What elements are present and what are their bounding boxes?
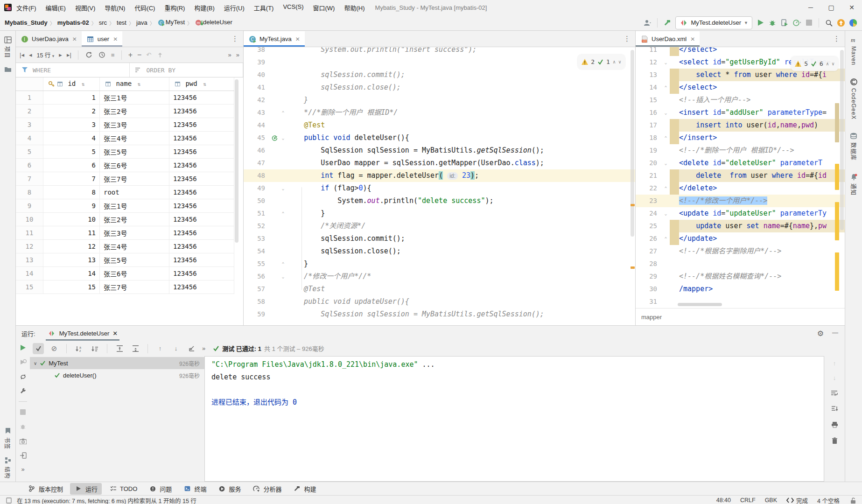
refresh-icon[interactable] bbox=[85, 51, 93, 59]
delete-row-button[interactable]: − bbox=[137, 51, 141, 59]
collapse-all-icon[interactable] bbox=[130, 343, 141, 354]
toolwindow-button-终端[interactable]: 终端 bbox=[179, 483, 210, 495]
tab-user[interactable]: user✕ bbox=[82, 31, 122, 47]
run-button[interactable] bbox=[756, 19, 764, 27]
code-line-16[interactable]: 16⌄<insert id="addUser" parameterType= bbox=[636, 106, 845, 119]
toolwindow-button-版本控制[interactable]: 版本控制 bbox=[23, 483, 67, 495]
show-passed-toggle[interactable] bbox=[33, 343, 44, 354]
close-tab-icon[interactable]: ✕ bbox=[295, 36, 300, 42]
code-line-51[interactable]: 51⌃ } bbox=[244, 207, 635, 220]
profiler-button[interactable] bbox=[792, 19, 801, 27]
code-line-28[interactable]: 28 bbox=[636, 258, 845, 270]
menu-item[interactable]: VCS(S) bbox=[279, 2, 308, 14]
run-tab[interactable]: MyTest.deleteUser ✕ bbox=[43, 326, 123, 341]
xml-hscrollbar[interactable] bbox=[678, 303, 722, 306]
run-configuration-select[interactable]: MyTest.deleteUser ▼ bbox=[675, 16, 752, 29]
table-row[interactable]: 1313张三5号123456 bbox=[16, 253, 234, 267]
indent-setting[interactable]: 4 个空格 bbox=[817, 496, 840, 504]
breadcrumb-item[interactable]: src bbox=[99, 19, 107, 26]
tool-stripe-书签[interactable]: 书签 bbox=[4, 427, 12, 449]
encoding[interactable]: GBK bbox=[765, 497, 777, 504]
table-row[interactable]: 22张三2号123456 bbox=[16, 105, 234, 118]
table-row[interactable]: 77张三7号123456 bbox=[16, 172, 234, 186]
table-row[interactable]: 1515张三7号123456 bbox=[16, 280, 234, 294]
code-line-22[interactable]: 22⌃</delete> bbox=[636, 182, 845, 195]
add-row-button[interactable]: + bbox=[128, 51, 133, 59]
code-line-52[interactable]: 52 /*关闭资源*/ bbox=[244, 220, 635, 232]
codegeex-icon[interactable] bbox=[849, 19, 857, 27]
code-line-57[interactable]: 57 @Test bbox=[244, 283, 635, 295]
editor-options-icon[interactable]: ⋮ bbox=[227, 35, 243, 43]
orderby-filter-input[interactable]: ORDER BY bbox=[130, 63, 244, 77]
code-line-14[interactable]: 14⌃</select> bbox=[636, 81, 845, 94]
line-ending[interactable]: CRLF bbox=[740, 497, 756, 504]
sort-by-duration-icon[interactable] bbox=[89, 343, 100, 354]
code-line-31[interactable]: 31 bbox=[636, 295, 845, 308]
test-settings-wrench-icon[interactable] bbox=[19, 387, 27, 395]
table-row[interactable]: 33张三3号123456 bbox=[16, 118, 234, 132]
first-page-button[interactable]: |◂ bbox=[20, 51, 24, 58]
code-line-38[interactable]: 38 System.out.println("insert success"); bbox=[244, 47, 635, 56]
print-icon[interactable] bbox=[830, 420, 839, 429]
toolbar-overflow2-icon[interactable]: » bbox=[236, 51, 239, 58]
build-hammer-icon[interactable] bbox=[663, 19, 672, 27]
page-size-select[interactable]: 15 行 ▾ bbox=[36, 50, 54, 59]
xml-scrollbar[interactable] bbox=[840, 50, 844, 230]
code-line-15[interactable]: 15<!--插入一个用户--> bbox=[636, 94, 845, 106]
thread-dump-camera-icon[interactable] bbox=[19, 437, 27, 445]
menu-item[interactable]: 运行(U) bbox=[220, 2, 249, 14]
menu-item[interactable]: 窗口(W) bbox=[309, 2, 339, 14]
breadcrumb-item[interactable]: CMyTest bbox=[157, 19, 185, 27]
next-test-icon[interactable]: ↓ bbox=[170, 343, 182, 354]
tool-stripe-folder[interactable] bbox=[4, 65, 12, 73]
xml-editor[interactable]: 11</select>12⌄<select id="getUserById" r… bbox=[636, 47, 845, 308]
show-ignored-toggle[interactable]: ⊘ bbox=[49, 343, 60, 354]
toolwindow-button-构建[interactable]: 构建 bbox=[288, 483, 320, 495]
stop-button[interactable] bbox=[805, 19, 813, 27]
menu-item[interactable]: 文件(F) bbox=[12, 2, 41, 14]
java-scrollbar[interactable] bbox=[631, 50, 634, 237]
code-line-40[interactable]: 40 sqlSession.commit(); bbox=[244, 69, 635, 81]
tool-stripe-项目[interactable]: 项目 bbox=[4, 35, 12, 58]
table-row[interactable]: 44张三4号123456 bbox=[16, 132, 234, 145]
toolbar-overflow-icon[interactable]: » bbox=[202, 345, 205, 352]
menu-item[interactable]: 重构(R) bbox=[160, 2, 189, 14]
editor-options-icon[interactable]: ⋮ bbox=[828, 35, 845, 43]
code-line-41[interactable]: 41 sqlSession.close(); bbox=[244, 81, 635, 94]
grid-scrollbar[interactable] bbox=[235, 79, 238, 243]
more-toolbar-icon[interactable]: » bbox=[21, 466, 24, 473]
close-tab-icon[interactable]: ✕ bbox=[690, 36, 695, 42]
test-tree-node[interactable]: ∨MyTest926毫秒 bbox=[30, 357, 204, 369]
code-line-21[interactable]: 21 delete from user where id=#{id bbox=[636, 169, 845, 182]
tool-stripe-结构[interactable]: 结构 bbox=[4, 456, 12, 479]
tab-UserDao.java[interactable]: IUserDao.java✕ bbox=[16, 31, 82, 47]
toolwindow-button-问题[interactable]: 问题 bbox=[144, 483, 176, 495]
soft-wrap-icon[interactable] bbox=[830, 389, 839, 397]
code-line-19[interactable]: 19<!--/*删除一个用户 根据ID*/--> bbox=[636, 144, 845, 157]
xml-breadcrumb[interactable]: mapper bbox=[636, 308, 845, 325]
code-line-11[interactable]: 11</select> bbox=[636, 47, 845, 56]
history-icon[interactable] bbox=[98, 51, 106, 59]
code-line-18[interactable]: 18⌃</insert> bbox=[636, 132, 845, 144]
last-page-button[interactable]: ▸| bbox=[67, 51, 71, 58]
code-line-58[interactable]: 58 public void updateUser(){ bbox=[244, 295, 635, 308]
breadcrumb-item[interactable]: mybatis-02 bbox=[57, 19, 89, 26]
next-page-button[interactable]: ▸ bbox=[59, 51, 62, 58]
caret-position[interactable]: 48:40 bbox=[716, 497, 731, 504]
tool-stripe-Maven[interactable]: mMaven bbox=[849, 35, 858, 65]
code-line-47[interactable]: 47 UserDao mapper = sqlSession.getMapper… bbox=[244, 157, 635, 169]
update-icon[interactable] bbox=[837, 19, 845, 27]
xml-inspections-widget[interactable]: 5 6 ∧∨ bbox=[791, 56, 838, 71]
table-row[interactable]: 1414张三6号123456 bbox=[16, 267, 234, 280]
breadcrumb-item[interactable]: Mybatis_Study bbox=[5, 19, 48, 26]
table-row[interactable]: 1212张三4号123456 bbox=[16, 240, 234, 253]
menu-item[interactable]: 帮助(H) bbox=[340, 2, 369, 14]
breadcrumb-item[interactable]: java bbox=[136, 19, 147, 26]
previous-test-icon[interactable]: ↑ bbox=[154, 343, 166, 354]
debug-button[interactable] bbox=[768, 19, 777, 27]
code-line-43[interactable]: 43⌃ *//*删除一个用户 根据ID*/ bbox=[244, 106, 635, 119]
code-line-54[interactable]: 54 sqlSession.close(); bbox=[244, 245, 635, 258]
search-everywhere-icon[interactable] bbox=[825, 19, 833, 27]
tool-stripe-通知[interactable]: 通知 bbox=[849, 173, 858, 196]
code-line-24[interactable]: 24⌄<update id="updateUser" parameterTy bbox=[636, 207, 845, 220]
